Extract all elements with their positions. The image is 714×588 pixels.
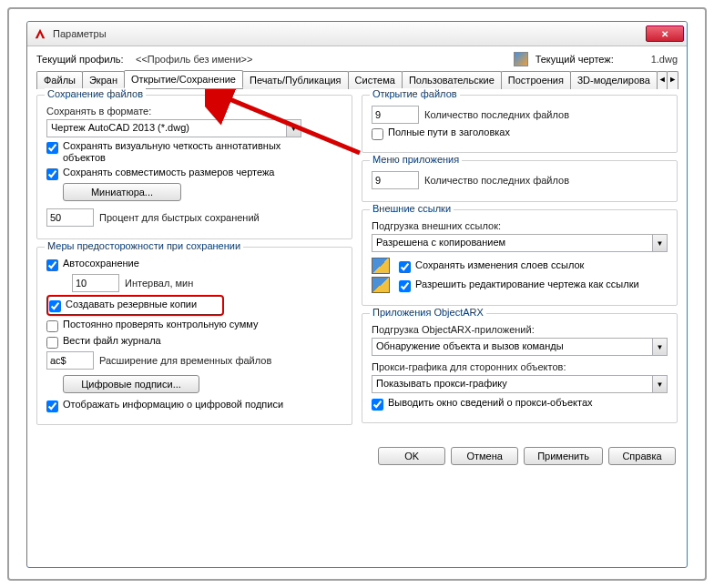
save-as-combo[interactable]: Чертеж AutoCAD 2013 (*.dwg) ▼ — [46, 119, 301, 137]
profile-row: Текущий профиль: <<Профиль без имени>> Т… — [36, 52, 678, 66]
tabstrip: Файлы Экран Открытие/Сохранение Печать/П… — [36, 70, 678, 89]
drawing-value: 1.dwg — [651, 54, 678, 65]
group-app-menu: Меню приложения Количество последних фай… — [362, 160, 678, 202]
fast-save-label: Процент для быстрых сохранений — [99, 212, 260, 223]
temp-ext-input[interactable] — [46, 351, 94, 370]
help-button[interactable]: Справка — [608, 447, 676, 465]
thumbnail-button[interactable]: Миниатюра... — [63, 183, 181, 201]
chk-sig-info[interactable] — [46, 400, 58, 412]
fast-save-input[interactable] — [46, 208, 94, 227]
tab-files[interactable]: Файлы — [36, 71, 83, 89]
chk-dim-compat[interactable] — [46, 168, 58, 180]
chk-log[interactable] — [46, 337, 58, 349]
chevron-down-icon[interactable]: ▼ — [652, 376, 667, 392]
chevron-down-icon[interactable]: ▼ — [652, 339, 667, 355]
cancel-button[interactable]: Отмена — [451, 447, 518, 465]
tab-open-save[interactable]: Открытие/Сохранение — [124, 70, 243, 88]
close-button[interactable]: ✕ — [646, 25, 684, 42]
group-file-save: Сохранение файлов Сохранять в формате: Ч… — [36, 95, 352, 239]
group-file-open: Открытие файлов Количество последних фай… — [362, 95, 678, 153]
tab-scroll-right[interactable]: ► — [667, 71, 678, 89]
arx-load-label: Подгрузка ObjectARX-приложений: — [372, 324, 535, 335]
chevron-down-icon[interactable]: ▼ — [652, 235, 667, 251]
xref-load-combo[interactable]: Разрешена с копированием ▼ — [372, 234, 668, 252]
highlight-backup: Создавать резервные копии — [46, 295, 224, 316]
group-safety: Меры предосторожности при сохранении Авт… — [36, 247, 352, 425]
group-title-safety: Меры предосторожности при сохранении — [45, 240, 243, 251]
group-title-xrefs: Внешние ссылки — [370, 203, 454, 214]
group-title-arx: Приложения ObjectARX — [370, 307, 486, 318]
group-xrefs: Внешние ссылки Подгрузка внешних ссылок:… — [362, 209, 678, 306]
group-title-save: Сохранение файлов — [45, 88, 146, 99]
chk-proxy-info[interactable] — [372, 399, 383, 411]
signatures-button[interactable]: Цифровые подписи... — [63, 375, 199, 393]
group-title-appmenu: Меню приложения — [370, 154, 462, 165]
titlebar: Параметры ✕ — [27, 22, 687, 46]
profile-value: <<Профиль без имени>> — [136, 54, 252, 65]
autocad-icon — [33, 26, 47, 41]
temp-ext-label: Расширение для временных файлов — [99, 355, 271, 366]
xref-icon — [372, 277, 390, 293]
drawing-icon — [514, 52, 528, 66]
arx-load-combo[interactable]: Обнаружение объекта и вызов команды ▼ — [372, 338, 668, 356]
recent-files-label: Количество последних файлов — [424, 109, 569, 120]
save-as-label: Сохранять в формате: — [46, 106, 151, 117]
tab-user[interactable]: Пользовательские — [402, 71, 502, 89]
appmenu-recent-label: Количество последних файлов — [424, 175, 569, 186]
profile-label: Текущий профиль: — [36, 54, 132, 65]
xref-load-label: Подгрузка внешних ссылок: — [372, 220, 501, 231]
window-title: Параметры — [53, 28, 646, 39]
chk-full-path[interactable] — [372, 128, 383, 140]
chk-autosave[interactable] — [46, 259, 58, 271]
apply-button[interactable]: Применить — [524, 447, 603, 465]
button-row: OK Отмена Применить Справка — [27, 440, 687, 474]
chevron-down-icon[interactable]: ▼ — [286, 120, 301, 137]
tab-plot[interactable]: Печать/Публикация — [242, 71, 349, 89]
group-objectarx: Приложения ObjectARX Подгрузка ObjectARX… — [362, 313, 678, 423]
drawing-label: Текущий чертеж: — [536, 54, 631, 65]
chk-xref-layers[interactable] — [399, 261, 411, 273]
recent-files-input[interactable] — [372, 106, 419, 124]
proxy-gfx-combo[interactable]: Показывать прокси-графику ▼ — [372, 375, 668, 393]
autosave-interval-input[interactable] — [72, 274, 119, 292]
autosave-interval-label: Интервал, мин — [125, 278, 193, 289]
chk-crc[interactable] — [46, 320, 58, 332]
appmenu-recent-input[interactable] — [372, 171, 419, 189]
tab-3d[interactable]: 3D-моделирова — [570, 71, 658, 89]
proxy-gfx-label: Прокси-графика для сторонних объектов: — [372, 361, 566, 372]
chk-backup[interactable] — [49, 300, 61, 312]
tab-system[interactable]: Система — [348, 71, 403, 89]
chk-visual-fidelity[interactable] — [46, 142, 58, 154]
tab-screen[interactable]: Экран — [82, 71, 125, 89]
chk-xref-edit[interactable] — [399, 280, 411, 292]
group-title-open: Открытие файлов — [370, 88, 460, 99]
xref-icon — [372, 258, 390, 274]
ok-button[interactable]: OK — [378, 447, 445, 465]
tab-draft[interactable]: Построения — [501, 71, 571, 89]
